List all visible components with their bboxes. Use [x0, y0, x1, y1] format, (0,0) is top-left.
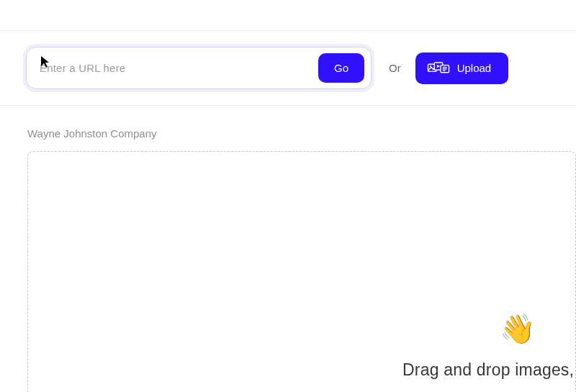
- top-bar: [0, 0, 576, 31]
- url-bar-row: Go Or Upload: [0, 31, 576, 106]
- company-name: Wayne Johnston Company: [0, 106, 576, 151]
- or-label: Or: [389, 62, 401, 74]
- go-button[interactable]: Go: [318, 53, 364, 83]
- dropzone-instruction: Drag and drop images, videos: [402, 360, 576, 380]
- dropzone-wrap: 👋 Drag and drop images, videos: [0, 151, 576, 392]
- dropzone[interactable]: 👋 Drag and drop images, videos: [27, 151, 576, 392]
- wave-hand-icon: 👋: [500, 312, 536, 346]
- upload-button-label: Upload: [457, 62, 492, 74]
- url-input-wrapper[interactable]: Go: [26, 47, 372, 89]
- upload-button[interactable]: Upload: [415, 53, 509, 84]
- url-input[interactable]: [40, 62, 318, 74]
- upload-media-icon: [427, 60, 450, 76]
